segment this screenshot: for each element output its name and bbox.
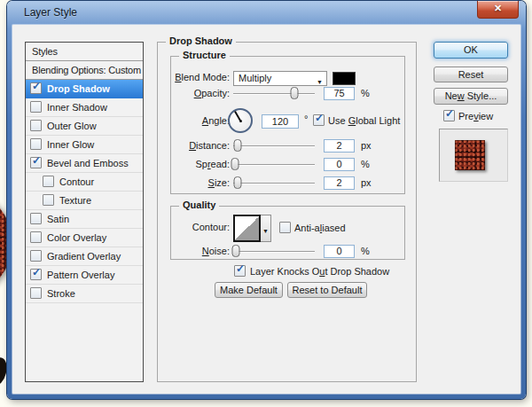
- distance-unit: px: [361, 140, 372, 151]
- sidebar-item-label: Blending Options: Custom: [32, 65, 141, 75]
- sidebar-item-gradient-overlay[interactable]: Gradient Overlay: [26, 247, 143, 266]
- sidebar-item-label: Inner Glow: [47, 139, 94, 150]
- sidebar-item-label: Gradient Overlay: [47, 251, 121, 262]
- checkbox[interactable]: [30, 138, 42, 150]
- sidebar-item-drop-shadow[interactable]: ✓ Drop Shadow: [26, 80, 143, 98]
- check-icon: ✓: [32, 154, 41, 167]
- layer-knockout-label: Layer Knocks Out Drop Shadow: [250, 266, 389, 277]
- quality-group-title: Quality: [179, 200, 219, 210]
- close-icon: ✕: [494, 3, 502, 13]
- slider-thumb[interactable]: [233, 176, 241, 189]
- sidebar-item-pattern-overlay[interactable]: ✓ Pattern Overlay: [26, 266, 143, 285]
- structure-group: Structure Blend Mode: Multiply ▼ Opacity…: [170, 56, 405, 194]
- checkbox[interactable]: [30, 213, 42, 224]
- distance-label: Distance:: [171, 140, 230, 151]
- sidebar-item-outer-glow[interactable]: Outer Glow: [26, 117, 143, 136]
- checkbox[interactable]: [43, 194, 54, 206]
- sidebar-item-label: Pattern Overlay: [47, 270, 114, 280]
- checkbox[interactable]: [30, 231, 42, 243]
- sidebar-item-bevel-and-emboss[interactable]: ✓ Bevel and Emboss: [26, 154, 143, 173]
- preview-label: Preview: [458, 111, 493, 121]
- sidebar-item-label: Stroke: [47, 288, 75, 299]
- checkbox[interactable]: ✓: [30, 269, 42, 280]
- title-bar[interactable]: Layer Style ✕: [7, 1, 526, 25]
- sidebar-item-inner-glow[interactable]: Inner Glow: [26, 136, 143, 154]
- contour-label: Contour:: [171, 222, 230, 232]
- sidebar-item-blending-options[interactable]: Blending Options: Custom: [26, 61, 143, 80]
- size-slider[interactable]: [233, 176, 315, 190]
- contour-picker[interactable]: [233, 215, 261, 242]
- sidebar-item-label: Outer Glow: [47, 121, 97, 131]
- slider-thumb[interactable]: [233, 139, 241, 152]
- sidebar-item-styles[interactable]: Styles: [26, 43, 143, 61]
- checkbox[interactable]: ✓: [30, 82, 42, 94]
- dialog-body: Styles Blending Options: Custom ✓ Drop S…: [12, 25, 520, 394]
- window-title: Layer Style: [24, 6, 77, 19]
- slider-track: [233, 251, 315, 252]
- use-global-light-label: Use Global Light: [328, 115, 400, 126]
- checkbox[interactable]: [30, 287, 42, 299]
- slider-track: [233, 183, 315, 184]
- anti-aliased-checkbox[interactable]: [279, 222, 291, 233]
- ok-button[interactable]: OK: [434, 42, 508, 59]
- panel-title: Drop Shadow: [166, 35, 236, 46]
- new-style-button[interactable]: New Style...: [434, 88, 508, 105]
- angle-input[interactable]: 120: [262, 114, 299, 129]
- chevron-down-icon: ▼: [262, 228, 269, 234]
- sidebar-item-satin[interactable]: Satin: [26, 210, 143, 229]
- checkbox[interactable]: [43, 176, 54, 187]
- structure-group-title: Structure: [179, 50, 230, 60]
- size-input[interactable]: 2: [324, 176, 355, 190]
- preview-panel: [439, 129, 508, 182]
- checkbox[interactable]: [30, 101, 42, 113]
- opacity-label: Opacity:: [171, 88, 230, 98]
- contour-dropdown-button[interactable]: ▼: [261, 215, 271, 242]
- drop-shadow-panel: Drop Shadow Structure Blend Mode: Multip…: [157, 42, 417, 382]
- spread-slider[interactable]: [233, 158, 315, 171]
- sidebar-item-label: Bevel and Emboss: [47, 158, 129, 168]
- checkbox[interactable]: [30, 250, 42, 262]
- sidebar-item-label: Texture: [59, 195, 91, 206]
- check-icon: ✓: [32, 80, 41, 92]
- opacity-input[interactable]: 75: [324, 87, 355, 100]
- distance-slider[interactable]: [233, 139, 315, 153]
- spread-unit: %: [361, 159, 370, 169]
- angle-dial[interactable]: [228, 108, 253, 133]
- slider-thumb[interactable]: [231, 245, 239, 257]
- sidebar-item-label: Inner Shadow: [47, 102, 107, 113]
- checkbox[interactable]: ✓: [30, 157, 42, 168]
- check-icon: ✓: [32, 266, 41, 278]
- angle-label: Angle:: [171, 115, 230, 126]
- spread-input[interactable]: 0: [324, 158, 355, 171]
- make-default-button[interactable]: Make Default: [215, 282, 283, 298]
- noise-unit: %: [361, 246, 370, 256]
- use-global-light-checkbox[interactable]: ✓: [313, 114, 325, 126]
- chevron-down-icon: ▼: [317, 75, 323, 89]
- reset-button[interactable]: Reset: [434, 67, 508, 82]
- noise-input[interactable]: 0: [324, 245, 355, 258]
- distance-input[interactable]: 2: [324, 139, 355, 153]
- shadow-color-swatch[interactable]: [332, 72, 356, 85]
- sidebar-item-texture[interactable]: Texture: [26, 192, 143, 210]
- preview-checkbox[interactable]: ✓: [443, 110, 455, 121]
- opacity-unit: %: [361, 88, 370, 98]
- check-icon: ✓: [315, 112, 324, 124]
- reset-to-default-button[interactable]: Reset to Default: [287, 282, 367, 298]
- angle-hub: [239, 120, 242, 122]
- sidebar-item-contour[interactable]: Contour: [26, 173, 143, 192]
- opacity-slider[interactable]: [233, 87, 315, 100]
- sidebar-item-inner-shadow[interactable]: Inner Shadow: [26, 98, 143, 117]
- sidebar-item-stroke[interactable]: Stroke: [26, 285, 143, 303]
- anti-aliased-label: Anti-aliased: [294, 223, 346, 233]
- close-button[interactable]: ✕: [477, 1, 519, 19]
- slider-thumb[interactable]: [231, 158, 239, 170]
- blend-mode-select[interactable]: Multiply ▼: [233, 71, 327, 86]
- sidebar-item-label: Drop Shadow: [47, 83, 110, 94]
- layer-style-dialog: Layer Style ✕ Styles Blending Options: C…: [7, 1, 526, 399]
- slider-thumb[interactable]: [291, 87, 299, 99]
- checkbox[interactable]: [30, 120, 42, 131]
- sidebar-item-color-overlay[interactable]: Color Overlay: [26, 229, 143, 247]
- layer-knockout-checkbox[interactable]: ✓: [234, 265, 246, 277]
- styles-list: Styles Blending Options: Custom ✓ Drop S…: [25, 42, 144, 382]
- noise-slider[interactable]: [233, 245, 315, 258]
